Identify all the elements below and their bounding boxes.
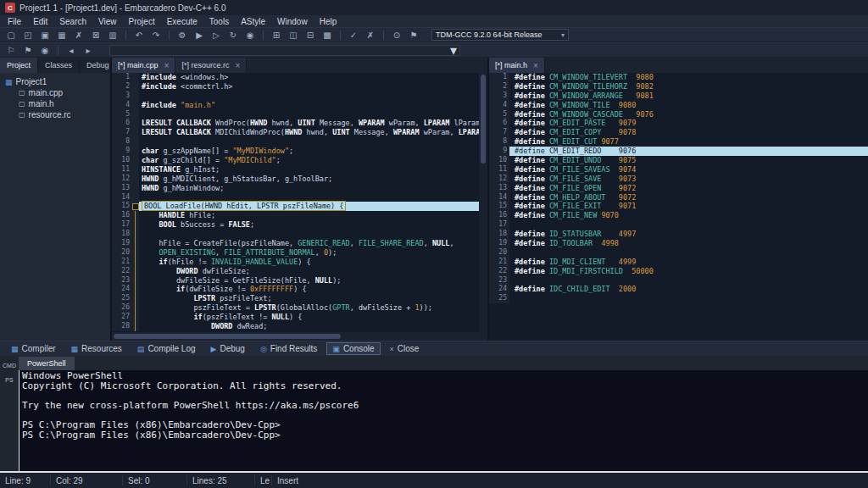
- code-line-28[interactable]: 28 DWORD dwRead;: [112, 322, 479, 331]
- code-line-8[interactable]: 8: [112, 137, 479, 147]
- code-line-22[interactable]: 22 DWORD dwFileSize;: [112, 267, 479, 276]
- undo-button[interactable]: ↶: [131, 29, 147, 42]
- menu-edit[interactable]: Edit: [27, 17, 53, 26]
- debug-button[interactable]: ◉: [242, 29, 258, 42]
- powershell-tab[interactable]: PowerShell: [19, 357, 75, 370]
- menu-project[interactable]: Project: [123, 17, 161, 26]
- code-line-12[interactable]: 12#define CM_FILE_SAVE 9073: [489, 175, 868, 184]
- horizontal-scrollbar-thumb[interactable]: [114, 334, 341, 339]
- code-line-10[interactable]: 10#define CM_EDIT_UNDO 9075: [489, 156, 868, 165]
- back-button[interactable]: ◂: [64, 44, 79, 57]
- code-line-18[interactable]: 18: [112, 230, 479, 239]
- add-bookmark-button[interactable]: ⚐: [3, 44, 19, 57]
- code-line-26[interactable]: 26 pszFileText = LPSTR(GlobalAlloc(GPTR,…: [112, 303, 479, 313]
- menu-window[interactable]: Window: [271, 17, 314, 26]
- bottom-tab-compiler[interactable]: ▦Compiler: [5, 342, 62, 355]
- code-line-27[interactable]: 27 if(pszFileText != NULL) {: [112, 313, 479, 322]
- horizontal-scrollbar[interactable]: [112, 332, 479, 341]
- code-view[interactable]: 1#include <windows.h>2#include <commctrl…: [112, 73, 479, 332]
- editor-tab-main.cpp[interactable]: [*] main.cpp×: [112, 58, 175, 73]
- window-tile-vertical-button[interactable]: ◫: [286, 29, 301, 42]
- code-line-5[interactable]: 5: [112, 110, 479, 119]
- code-line-20[interactable]: 20 OPEN_EXISTING, FILE_ATTRIBUTE_NORMAL,…: [112, 248, 479, 258]
- goto-bookmark-button[interactable]: ⚑: [20, 44, 36, 57]
- profile-button[interactable]: ⊙: [389, 29, 404, 42]
- code-line-16[interactable]: 16 HANDLE hFile;: [112, 211, 479, 220]
- code-line-11[interactable]: 11HINSTANCE g_hInst;: [112, 165, 479, 175]
- compile-button[interactable]: ⚙: [175, 29, 190, 42]
- bottom-tab-find-results[interactable]: ◎Find Results: [254, 342, 323, 355]
- code-line-14[interactable]: 14#define CM_HELP_ABOUT 9072: [489, 193, 868, 202]
- terminal-output[interactable]: Windows PowerShellCopyright (C) Microsof…: [19, 370, 868, 471]
- forward-button[interactable]: ▸: [81, 44, 96, 57]
- window-cascade-button[interactable]: ▩: [320, 29, 335, 42]
- code-line-21[interactable]: 21 if(hFile != INVALID_HANDLE_VALUE) {: [112, 258, 479, 267]
- code-line-16[interactable]: 16#define CM_FILE_NEW 9070: [489, 211, 868, 220]
- code-line-9[interactable]: 9char g_szAppName[] = "MyMDIWindow";: [112, 147, 479, 156]
- run-button[interactable]: ▶: [192, 29, 207, 42]
- code-line-13[interactable]: 13#define CM_FILE_OPEN 9072: [489, 184, 868, 193]
- code-line-24[interactable]: 24 if(dwFileSize != 0xFFFFFFFF) {: [112, 285, 479, 294]
- rebuild-all-button[interactable]: ↻: [225, 29, 241, 42]
- editor-tab-resource.rc[interactable]: [*] resource.rc×: [175, 58, 247, 73]
- abort-compilation-button[interactable]: ✗: [363, 29, 378, 42]
- close-file-button[interactable]: ✗: [71, 29, 86, 42]
- window-tile-horizontal-button[interactable]: ⊟: [303, 29, 318, 42]
- code-line-24[interactable]: 24#define IDC_CHILD_EDIT 2000: [489, 285, 868, 294]
- menu-view[interactable]: View: [92, 17, 123, 26]
- vertical-scrollbar-thumb[interactable]: [481, 75, 486, 164]
- syntax-check-button[interactable]: ✓: [346, 29, 361, 42]
- toggle-breakpoint-button[interactable]: ◉: [37, 44, 53, 57]
- console-ps-label[interactable]: PS: [5, 377, 13, 383]
- code-line-11[interactable]: 11#define CM_FILE_SAVEAS 9074: [489, 165, 868, 175]
- close-tab-icon[interactable]: ×: [235, 61, 240, 70]
- bottom-tab-debug[interactable]: ▶Debug: [205, 342, 251, 355]
- open-button[interactable]: ◰: [20, 29, 36, 42]
- window-grid-button[interactable]: ⊞: [269, 29, 284, 42]
- new-source-button[interactable]: ▢: [3, 29, 19, 42]
- menu-astyle[interactable]: AStyle: [235, 17, 271, 26]
- code-line-22[interactable]: 22#define ID_MDI_FIRSTCHILD 50000: [489, 267, 868, 276]
- editor-right-codearea[interactable]: 1#define CM_WINDOW_TILEVERT 90802#define…: [489, 73, 868, 341]
- bottom-tab-close[interactable]: ×Close: [384, 342, 426, 355]
- compile-run-button[interactable]: ▷: [209, 29, 224, 42]
- code-line-5[interactable]: 5#define CM_WINDOW_CASCADE 9076: [489, 110, 868, 119]
- tree-item-main-h[interactable]: ▢main.h: [0, 98, 110, 109]
- menu-search[interactable]: Search: [53, 17, 92, 26]
- print-button[interactable]: ▥: [105, 29, 120, 42]
- goto-function-select[interactable]: ▾: [109, 45, 460, 56]
- fold-collapse-icon[interactable]: [132, 202, 139, 211]
- save-all-button[interactable]: ▦: [54, 29, 70, 42]
- code-line-25[interactable]: 25 LPSTR pszFileText;: [112, 294, 479, 303]
- editor-left-codearea[interactable]: 1#include <windows.h>2#include <commctrl…: [112, 73, 487, 341]
- editor-tab-main.h[interactable]: [*] main.h×: [489, 58, 545, 73]
- menu-execute[interactable]: Execute: [161, 17, 203, 26]
- close-tab-icon[interactable]: ×: [533, 61, 538, 70]
- code-line-19[interactable]: 19 hFile = CreateFile(pszFileName, GENER…: [112, 239, 479, 248]
- bottom-tab-console[interactable]: ▣Console: [326, 342, 380, 355]
- code-line-17[interactable]: 17 BOOL bSuccess = FALSE;: [112, 220, 479, 230]
- tree-item-main-cpp[interactable]: ▢main.cpp: [0, 87, 110, 98]
- code-line-17[interactable]: 17: [489, 220, 868, 230]
- code-line-21[interactable]: 21#define ID_MDI_CLIENT 4999: [489, 258, 868, 267]
- profiling-options-button[interactable]: ⚑: [406, 29, 421, 42]
- code-line-10[interactable]: 10char g_szChild[] = "MyMDIChild";: [112, 156, 479, 165]
- redo-button[interactable]: ↷: [148, 29, 164, 42]
- code-line-15[interactable]: 15BOOL LoadFile(HWND hEdit, LPSTR pszFil…: [112, 202, 479, 211]
- close-all-button[interactable]: ⊠: [88, 29, 103, 42]
- compiler-profile-select[interactable]: TDM-GCC 9.2.0 64-bit Release▾: [431, 29, 569, 41]
- code-line-2[interactable]: 2#include <commctrl.h>: [112, 82, 479, 92]
- code-line-4[interactable]: 4#include "main.h": [112, 101, 479, 110]
- code-line-25[interactable]: 25: [489, 294, 868, 303]
- code-line-23[interactable]: 23: [489, 276, 868, 286]
- code-line-20[interactable]: 20: [489, 248, 868, 258]
- code-line-7[interactable]: 7#define CM_EDIT_COPY 9078: [489, 128, 868, 137]
- code-line-7[interactable]: 7LRESULT CALLBACK MDIChildWndProc(HWND h…: [112, 128, 479, 137]
- code-view[interactable]: 1#define CM_WINDOW_TILEVERT 90802#define…: [489, 73, 868, 341]
- close-tab-icon[interactable]: ×: [164, 61, 170, 70]
- code-line-3[interactable]: 3#define CM_WINDOW_ARRANGE 9081: [489, 92, 868, 101]
- vertical-scrollbar[interactable]: [479, 73, 487, 332]
- code-line-8[interactable]: 8#define CM_EDIT_CUT 9077: [489, 137, 868, 147]
- tree-root-project[interactable]: ▦Project1: [0, 76, 110, 87]
- code-line-15[interactable]: 15#define CM_FILE_EXIT 9071: [489, 202, 868, 211]
